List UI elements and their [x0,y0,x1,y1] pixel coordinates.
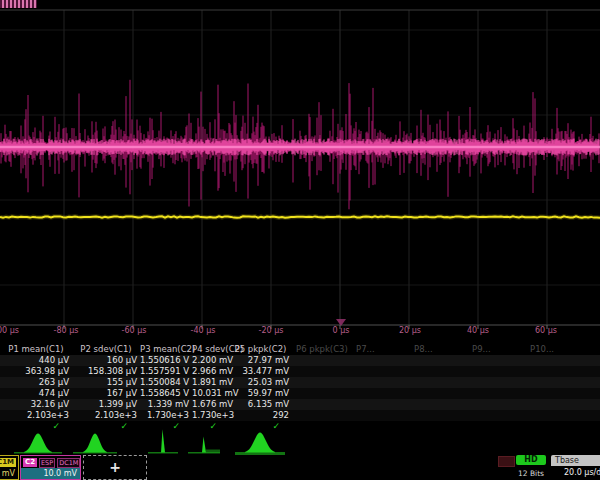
time-axis-label: -100 µs [0,326,19,335]
measure-value-cell: 440 µV [0,355,72,366]
trace-annotation-chip [0,0,37,8]
measure-value-cell: 167 µV [72,388,140,399]
measure-header-cell[interactable]: P3 mean(C2) [140,344,192,355]
measurement-table: P1 mean(C1)P2 sdev(C1)P3 mean(C2)P4 sdev… [0,344,600,432]
measure-stat-row: 363.98 µV158.308 µV1.557591 V2.966 mV33.… [0,366,600,377]
graticule [0,10,600,329]
timebase-title: Tbase [551,455,600,466]
time-axis-label: -20 µs [259,326,284,335]
measure-value-cell: 1.399 µV [72,399,140,410]
time-axis-label: -80 µs [54,326,79,335]
timebase-descriptor[interactable]: Tbase 20.0 µs/div [551,455,600,480]
time-axis-label: 0 µs [333,326,350,335]
measure-value-cell: 363.98 µV [0,366,72,377]
parameter-histicon [73,434,117,454]
measure-value-cell: 32.16 µV [0,399,72,410]
oscilloscope-screen: -100 µs-80 µs-60 µs-40 µs-20 µs0 µs20 µs… [0,0,600,480]
measure-value-cell: 155 µV [72,377,140,388]
time-axis-label: 20 µs [399,326,421,335]
measure-value-cell: 1.558645 V [140,388,192,399]
parameter-histicon [188,437,220,454]
measure-value-cell: 1.550084 V [140,377,192,388]
measure-header-cell[interactable]: P1 mean(C1) [0,344,72,355]
measure-header-cell[interactable]: P5 pkpk(C2) [229,344,292,355]
measure-value-cell: 1.676 mV [192,399,229,410]
c2-noise-trace [0,80,600,210]
measure-header-cell[interactable]: P2 sdev(C1) [72,344,140,355]
time-axis-label: 40 µs [467,326,489,335]
measure-value-cell: 2.200 mV [192,355,229,366]
c2-vdiv-value: 10.0 mV [21,468,80,479]
measure-value-cell: 1.550616 V [140,355,192,366]
measure-value-cell: 1.339 mV [140,399,192,410]
measure-header-cell-inactive[interactable]: P10... [530,344,588,355]
measure-value-cell: 292 [229,410,292,421]
measure-header-cell-inactive[interactable]: P7... [356,344,414,355]
measure-header-row: P1 mean(C1)P2 sdev(C1)P3 mean(C2)P4 sdev… [0,344,600,355]
c2-coupling-chip: DC1M [57,458,80,468]
channel-descriptor-c2[interactable]: C2 ESP DC1M 10.0 mV [20,455,81,480]
c1-vdiv-value: 50.0 mV [0,468,18,479]
measurement-histicons [0,428,600,456]
add-trace-button[interactable]: + [83,455,147,480]
measure-value-cell: 2.103e+3 [0,410,72,421]
measure-value-cell: 10.031 mV [192,388,229,399]
time-axis-label: -60 µs [122,326,147,335]
measure-header-cell-inactive[interactable]: P9... [472,344,530,355]
measure-stat-row: 440 µV160 µV1.550616 V2.200 mV27.97 mV [0,355,600,366]
measure-value-cell: 27.97 mV [229,355,292,366]
c1-coupling-chip: DC1M [0,458,16,467]
measure-stat-row: 263 µV155 µV1.550084 V1.891 mV25.03 mV [0,377,600,388]
measure-header-cell-inactive[interactable]: P8... [414,344,472,355]
measure-value-cell: 1.891 mV [192,377,229,388]
c2-esp-badge: ESP [39,458,55,468]
measure-value-cell: 25.03 mV [229,377,292,388]
hd-mode-badge[interactable]: HD [516,455,546,465]
time-axis-label: -40 µs [191,326,216,335]
measure-value-cell: 160 µV [72,355,140,366]
c1-trace [0,216,600,217]
c2-label-chip: C2 [23,458,37,467]
channel-descriptor-c1[interactable]: DC1M 50.0 mV [0,455,19,480]
measure-value-cell: 158.308 µV [72,366,140,377]
measure-value-cell: 474 µV [0,388,72,399]
measure-stat-row: 474 µV167 µV1.558645 V10.031 mV59.97 mV [0,388,600,399]
hd-bits-label: 12 Bits [512,469,550,478]
timebase-value: 20.0 µs/div [551,466,600,479]
time-axis: -100 µs-80 µs-60 µs-40 µs-20 µs0 µs20 µs… [0,326,600,337]
parameter-histicon [14,434,62,454]
time-axis-label: 60 µs [535,326,557,335]
measure-value-cell: 1.557591 V [140,366,192,377]
measure-value-cell: 59.97 mV [229,388,292,399]
measure-value-cell: 1.730e+3 [140,410,192,421]
measure-header-cell[interactable]: P4 sdev(C2) [192,344,229,355]
measure-value-cell: 6.135 mV [229,399,292,410]
trigger-status-chip[interactable] [498,456,515,467]
measure-stat-row: 32.16 µV1.399 µV1.339 mV1.676 mV6.135 mV [0,399,600,410]
measure-value-cell: 33.477 mV [229,366,292,377]
measure-value-cell: 263 µV [0,377,72,388]
parameter-histicon [235,433,285,456]
measure-stat-row: 2.103e+32.103e+31.730e+31.730e+3292 [0,410,600,421]
measure-value-cell: 2.103e+3 [72,410,140,421]
parameter-histicon [148,430,178,454]
measure-value-cell: 1.730e+3 [192,410,229,421]
measure-header-cell-inactive[interactable]: P6 pkpk(C3) [296,344,354,355]
measure-value-cell: 2.966 mV [192,366,229,377]
